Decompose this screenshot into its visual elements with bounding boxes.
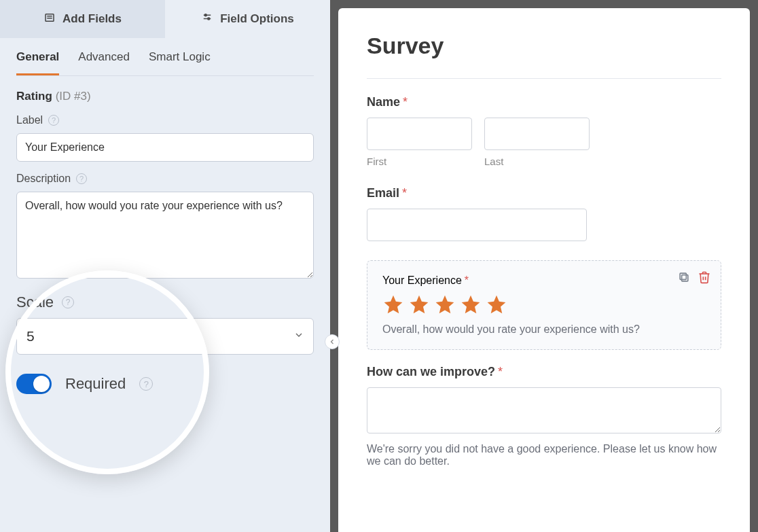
trash-icon[interactable] — [698, 270, 711, 284]
svg-point-4 — [204, 14, 206, 16]
name-field[interactable]: Name* First Last — [367, 95, 721, 167]
svg-rect-8 — [680, 273, 686, 279]
name-label-text: Name — [367, 95, 400, 109]
svg-rect-7 — [682, 275, 688, 281]
experience-description: Overall, how would you rate your experie… — [382, 323, 706, 336]
first-name-input[interactable] — [367, 118, 472, 150]
top-tabs: Add Fields Field Options — [0, 0, 330, 38]
required-label: Required — [65, 375, 126, 393]
form-title: Survey — [367, 33, 721, 59]
field-meta: Rating (ID #3) — [0, 76, 330, 103]
chevron-left-icon — [328, 338, 336, 346]
first-name-sublabel: First — [367, 156, 472, 167]
email-field[interactable]: Email* — [367, 186, 721, 241]
star-icon[interactable] — [382, 294, 404, 315]
experience-label: Your Experience* — [382, 274, 706, 287]
description-title-text: Description — [16, 173, 71, 185]
description-input[interactable] — [16, 192, 314, 279]
required-star: * — [498, 365, 503, 378]
sidebar-panel: Add Fields Field Options General Advance… — [0, 0, 330, 532]
preview-page: Survey Name* First Last Email* — [338, 8, 750, 532]
experience-field-selected[interactable]: Your Experience* Overall, how would you … — [367, 260, 721, 350]
required-star: * — [465, 274, 469, 286]
help-icon[interactable]: ? — [76, 173, 87, 184]
name-label: Name* — [367, 95, 721, 109]
experience-label-text: Your Experience — [382, 274, 462, 286]
duplicate-icon[interactable] — [677, 270, 691, 284]
subtab-general[interactable]: General — [16, 50, 59, 75]
required-star: * — [403, 95, 408, 109]
field-actions — [677, 270, 711, 284]
label-title: Label ? — [16, 114, 314, 126]
tab-field-options[interactable]: Field Options — [165, 0, 330, 38]
last-name-input[interactable] — [484, 118, 590, 150]
tab-add-fields[interactable]: Add Fields — [0, 0, 165, 38]
label-group: Label ? — [0, 103, 330, 162]
description-title: Description ? — [16, 173, 314, 185]
scale-select-value: 5 — [16, 318, 314, 355]
help-icon[interactable]: ? — [62, 296, 74, 308]
scale-title: Scale ? — [16, 294, 314, 311]
label-title-text: Label — [16, 114, 43, 126]
stars-row[interactable] — [382, 294, 706, 315]
sliders-icon — [201, 12, 213, 27]
required-row: Required ? — [0, 355, 330, 394]
divider — [367, 78, 721, 79]
help-icon[interactable]: ? — [48, 115, 59, 126]
required-star: * — [402, 186, 407, 200]
scale-group: Scale ? 5 — [0, 281, 330, 355]
required-toggle[interactable] — [16, 374, 52, 394]
svg-point-6 — [208, 18, 210, 20]
last-name-sublabel: Last — [484, 156, 590, 167]
subtab-smart-logic[interactable]: Smart Logic — [149, 50, 211, 75]
tab-add-fields-label: Add Fields — [62, 12, 122, 26]
scale-title-text: Scale — [16, 294, 54, 311]
email-label-text: Email — [367, 186, 399, 200]
star-icon[interactable] — [460, 294, 482, 315]
tab-field-options-label: Field Options — [220, 12, 294, 26]
improve-helper: We're sorry you did not have a good expe… — [367, 443, 721, 467]
field-id-note: (ID #3) — [56, 90, 91, 103]
star-icon[interactable] — [408, 294, 430, 315]
email-input[interactable] — [367, 209, 587, 241]
collapse-sidebar-button[interactable] — [325, 334, 340, 349]
subtab-advanced[interactable]: Advanced — [78, 50, 130, 75]
star-icon[interactable] — [486, 294, 507, 315]
improve-label: How can we improve?* — [367, 365, 721, 379]
field-type-label: Rating — [16, 90, 52, 103]
improve-input[interactable] — [367, 387, 721, 433]
sub-tabs: General Advanced Smart Logic — [16, 38, 314, 76]
form-icon — [43, 12, 56, 27]
improve-label-text: How can we improve? — [367, 365, 495, 378]
star-icon[interactable] — [434, 294, 456, 315]
scale-select[interactable]: 5 — [16, 318, 314, 355]
email-label: Email* — [367, 186, 721, 200]
label-input[interactable] — [16, 133, 314, 162]
help-icon[interactable]: ? — [139, 377, 153, 391]
preview-area: Survey Name* First Last Email* — [330, 0, 758, 532]
improve-field[interactable]: How can we improve?* We're sorry you did… — [367, 365, 721, 467]
description-group: Description ? — [0, 162, 330, 281]
